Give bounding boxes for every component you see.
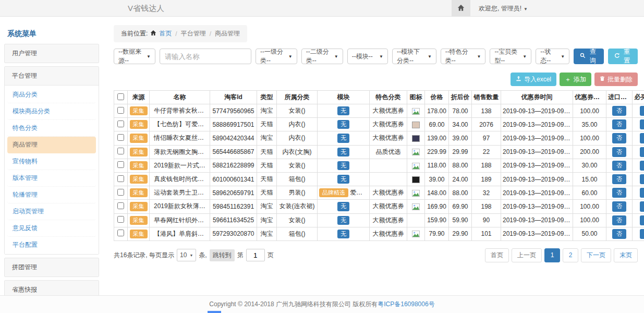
import-select-toggle[interactable]: 否 [612, 106, 626, 116]
import-select-toggle[interactable]: 否 [612, 215, 626, 225]
pager-button-上一页[interactable]: 上一页 [512, 248, 542, 262]
chevron-down-icon: ▼ [379, 54, 383, 59]
add-button[interactable]: ＋ 添加 [560, 73, 591, 86]
column-header-淘客Id: 淘客Id [210, 91, 257, 104]
import-select-toggle[interactable]: 否 [612, 229, 626, 239]
source-cell: 采集 [128, 159, 150, 172]
query-button[interactable]: 查询 [574, 49, 603, 64]
filter-select-8[interactable]: --状态--▼ [536, 49, 569, 64]
filter-select-label: --状态-- [540, 47, 557, 65]
pager-button-2[interactable]: 2 [563, 248, 578, 262]
trash-icon [600, 76, 605, 83]
batch-delete-button[interactable]: 批量删除 [594, 73, 638, 86]
sidebar-subitem-商品管理[interactable]: 商品管理 [7, 137, 96, 153]
row-checkbox[interactable] [117, 148, 124, 154]
pager-button-1[interactable]: 1 [544, 248, 560, 262]
import-select-toggle[interactable]: 否 [612, 147, 626, 157]
search-input[interactable] [160, 49, 251, 64]
sidebar-subitem-轮播管理[interactable]: 轮播管理 [7, 187, 96, 203]
must-buy-cell: 否 [633, 159, 644, 172]
sidebar-item-用户管理[interactable]: 用户管理 [5, 44, 99, 63]
sidebar-submenu: 商品分类模块商品分类特色分类商品管理宣传物料版本管理轮播管理启动页管理意见反馈平… [5, 85, 99, 254]
must-buy-toggle[interactable]: 否 [640, 106, 644, 116]
breadcrumb-home-link[interactable]: 首页 [159, 29, 172, 38]
breadcrumb-item[interactable]: 平台管理 [181, 29, 206, 38]
sidebar-subitem-启动页管理[interactable]: 启动页管理 [7, 203, 96, 220]
sales-cell: 22 [472, 145, 501, 159]
filter-select-6[interactable]: --特色分类--▼ [441, 49, 486, 64]
row-checkbox[interactable] [117, 189, 124, 196]
row-checkbox-cell [114, 118, 128, 131]
must-buy-toggle[interactable]: 否 [640, 201, 644, 211]
filter-select-7[interactable]: --宝贝类型--▼ [490, 49, 531, 64]
filter-select-2[interactable]: --一级分类--▼ [256, 49, 297, 64]
source-badge: 采集 [130, 161, 148, 170]
select-all-checkbox[interactable] [117, 93, 124, 100]
filter-select-5[interactable]: --模块下分类--▼ [392, 49, 436, 64]
must-buy-toggle[interactable]: 否 [640, 133, 644, 143]
import-select-toggle[interactable]: 否 [612, 188, 626, 198]
source-cell: 采集 [128, 118, 150, 131]
must-buy-toggle[interactable]: 否 [640, 188, 644, 198]
reset-button[interactable]: 重置 [608, 49, 638, 64]
row-checkbox[interactable] [117, 175, 124, 182]
row-checkbox[interactable] [117, 216, 124, 223]
icp-link[interactable]: 粤ICP备16098006号 [378, 300, 434, 309]
import-select-cell: 否 [606, 118, 633, 131]
page-number-input[interactable] [246, 249, 265, 261]
breadcrumb-item: 商品管理 [215, 29, 240, 38]
sidebar-subitem-特色分类[interactable]: 特色分类 [7, 120, 96, 137]
pager-button-下一页[interactable]: 下一页 [581, 248, 611, 262]
must-buy-toggle[interactable]: 否 [640, 215, 644, 225]
feature-cell: 品质优选 [370, 145, 407, 159]
horizontal-scrollbar-thumb[interactable] [208, 311, 221, 313]
import-select-toggle[interactable]: 否 [612, 119, 626, 129]
sidebar-subitem-意见反馈[interactable]: 意见反馈 [7, 220, 96, 237]
source-cell: 采集 [128, 213, 150, 227]
name-cell: 2019新款一片式系... [150, 159, 210, 172]
source-badge: 采集 [130, 148, 148, 156]
import-select-toggle[interactable]: 否 [612, 201, 626, 211]
user-menu[interactable]: 欢迎您, 管理员!▼ [470, 4, 536, 13]
row-checkbox[interactable] [117, 134, 124, 141]
module-cell: 无 [318, 131, 370, 145]
import-excel-button[interactable]: 导入excel [511, 73, 556, 86]
filter-select-3[interactable]: --二级分类--▼ [301, 49, 343, 64]
must-buy-toggle[interactable]: 否 [640, 147, 644, 157]
sidebar-subitem-模块商品分类[interactable]: 模块商品分类 [7, 103, 96, 120]
home-button[interactable] [452, 0, 470, 17]
must-buy-toggle[interactable]: 否 [640, 161, 644, 171]
per-page-select[interactable]: 10▼ [177, 249, 196, 261]
must-buy-toggle[interactable]: 否 [640, 174, 644, 184]
table-header-row: 来源名称淘客Id类型所属分类模块特色分类图标价格折后价销售数量优惠券时间优惠券金… [114, 91, 644, 104]
sidebar-subitem-商品分类[interactable]: 商品分类 [7, 87, 96, 103]
must-buy-cell: 否 [633, 186, 644, 200]
taoke-id-cell: 589620659791 [210, 186, 257, 200]
pager-button-末页[interactable]: 末页 [614, 248, 638, 262]
must-buy-toggle[interactable]: 否 [640, 229, 644, 239]
must-buy-toggle[interactable]: 否 [640, 119, 644, 129]
must-buy-cell: 否 [633, 213, 644, 227]
type-cell: 天猫 [257, 159, 277, 172]
sidebar-subitem-宣传物料[interactable]: 宣传物料 [7, 153, 96, 170]
import-select-toggle[interactable]: 否 [612, 133, 626, 143]
row-checkbox[interactable] [117, 121, 124, 127]
sidebar-subitem-版本管理[interactable]: 版本管理 [7, 170, 96, 187]
breadcrumb-separator: / [174, 30, 178, 38]
pager-button-首页[interactable]: 首页 [485, 248, 509, 262]
filter-select-4[interactable]: --模块--▼ [347, 49, 388, 64]
sidebar: 系统菜单 用户管理平台管理商品分类模块商品分类特色分类商品管理宣传物料版本管理轮… [4, 24, 99, 297]
table-toolbar: 导入excel ＋ 添加 批量删除 [114, 73, 638, 86]
import-select-toggle[interactable]: 否 [612, 161, 626, 171]
sidebar-item-平台管理[interactable]: 平台管理 [5, 67, 99, 85]
row-checkbox[interactable] [117, 202, 124, 209]
row-checkbox[interactable] [117, 161, 124, 168]
chevron-down-icon: ▼ [477, 54, 481, 59]
jump-button[interactable]: 跳转到 [210, 249, 235, 261]
import-select-toggle[interactable]: 否 [612, 174, 626, 184]
row-checkbox[interactable] [117, 230, 124, 236]
row-checkbox[interactable] [117, 107, 124, 114]
sidebar-subitem-平台配置[interactable]: 平台配置 [7, 237, 96, 253]
sidebar-item-拼团管理[interactable]: 拼团管理 [5, 258, 99, 276]
filter-select-0[interactable]: --数据来源--▼ [114, 49, 155, 64]
